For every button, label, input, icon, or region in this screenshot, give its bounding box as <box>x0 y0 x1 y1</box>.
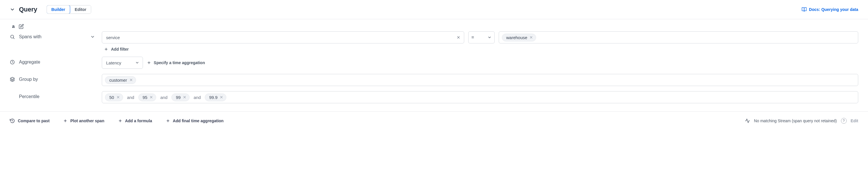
tag-label: 99 <box>176 95 181 100</box>
query-footer: Compare to past Plot another span Add a … <box>0 111 868 130</box>
compare-label: Compare to past <box>18 119 50 123</box>
help-icon[interactable]: ? <box>841 118 847 124</box>
tag-label: 50 <box>109 95 114 100</box>
svg-line-1 <box>13 38 14 38</box>
tag: 99.9✕ <box>205 94 226 101</box>
plot-another-span-button[interactable]: Plot another span <box>63 119 104 123</box>
layers-icon <box>10 77 15 82</box>
tag-label: 99.9 <box>209 95 217 100</box>
rename-query-button[interactable] <box>19 24 24 29</box>
operator-select[interactable]: = <box>468 31 495 43</box>
clock-icon <box>10 60 15 65</box>
stream-status-text: No matching Stream (span query not retai… <box>754 119 837 123</box>
tag: 50✕ <box>105 94 123 101</box>
remove-tag-button[interactable]: ✕ <box>220 95 223 99</box>
tag-label: customer <box>109 78 127 83</box>
plot-another-label: Plot another span <box>70 119 104 123</box>
remove-tag-button[interactable]: ✕ <box>183 95 186 99</box>
operator-value: = <box>471 35 474 40</box>
mode-editor-tab[interactable]: Editor <box>70 5 91 13</box>
add-filter-label: Add filter <box>111 47 129 52</box>
docs-link[interactable]: Docs: Querying your data <box>802 7 858 12</box>
clear-field-button[interactable] <box>455 34 462 40</box>
remove-tag-button[interactable]: ✕ <box>117 95 120 99</box>
search-icon <box>10 34 15 39</box>
groupby-label: Group by <box>19 77 38 82</box>
mode-builder-tab[interactable]: Builder <box>46 5 70 14</box>
tag: warehouse✕ <box>502 34 536 41</box>
tag: customer✕ <box>105 76 136 84</box>
percentile-separator: and <box>125 95 136 100</box>
tag-label: 95 <box>143 95 148 100</box>
remove-tag-button[interactable]: ✕ <box>150 95 153 99</box>
add-formula-button[interactable]: Add a formula <box>118 119 152 123</box>
svg-point-0 <box>11 35 14 38</box>
tag: 99✕ <box>172 94 189 101</box>
add-filter-button[interactable]: Add filter <box>102 47 858 52</box>
history-icon <box>10 118 15 123</box>
spans-with-label: Spans with <box>19 34 41 39</box>
percentile-label: Percentile <box>19 94 39 99</box>
groupby-tags-input[interactable]: customer✕ <box>102 74 858 86</box>
percentile-tags-input[interactable]: 50✕and95✕and99✕and99.9✕ <box>102 91 858 103</box>
remove-tag-button[interactable]: ✕ <box>529 35 533 39</box>
collapse-icon[interactable] <box>10 7 15 12</box>
value-tags-input[interactable]: warehouse✕ <box>499 31 858 43</box>
spans-with-dropdown[interactable] <box>90 34 102 39</box>
aggregate-value: Latency <box>106 60 121 65</box>
add-formula-label: Add a formula <box>125 119 152 123</box>
query-letter: a <box>12 24 15 29</box>
book-icon <box>802 7 807 12</box>
compare-to-past-button[interactable]: Compare to past <box>10 118 50 123</box>
add-final-aggregation-button[interactable]: Add final time aggregation <box>166 119 224 123</box>
remove-tag-button[interactable]: ✕ <box>129 78 133 82</box>
mode-toggle: Builder Editor <box>46 5 91 14</box>
tag-label: warehouse <box>506 35 527 40</box>
aggregate-label: Aggregate <box>19 60 40 65</box>
docs-link-label: Docs: Querying your data <box>809 7 858 12</box>
edit-stream-button[interactable]: Edit <box>851 119 858 123</box>
percentile-separator: and <box>158 95 169 100</box>
percentile-separator: and <box>192 95 203 100</box>
field-input[interactable]: service <box>102 31 464 43</box>
aggregate-select[interactable]: Latency <box>102 57 143 69</box>
specify-time-aggregation-label: Specify a time aggregation <box>154 60 205 65</box>
svg-marker-9 <box>10 77 15 80</box>
tag: 95✕ <box>138 94 156 101</box>
add-final-agg-label: Add final time aggregation <box>173 119 224 123</box>
query-header: Query Builder Editor Docs: Querying your… <box>0 0 868 19</box>
page-title: Query <box>19 6 37 13</box>
activity-icon <box>745 118 750 123</box>
field-value: service <box>106 35 120 40</box>
specify-time-aggregation-button[interactable]: Specify a time aggregation <box>147 60 205 65</box>
